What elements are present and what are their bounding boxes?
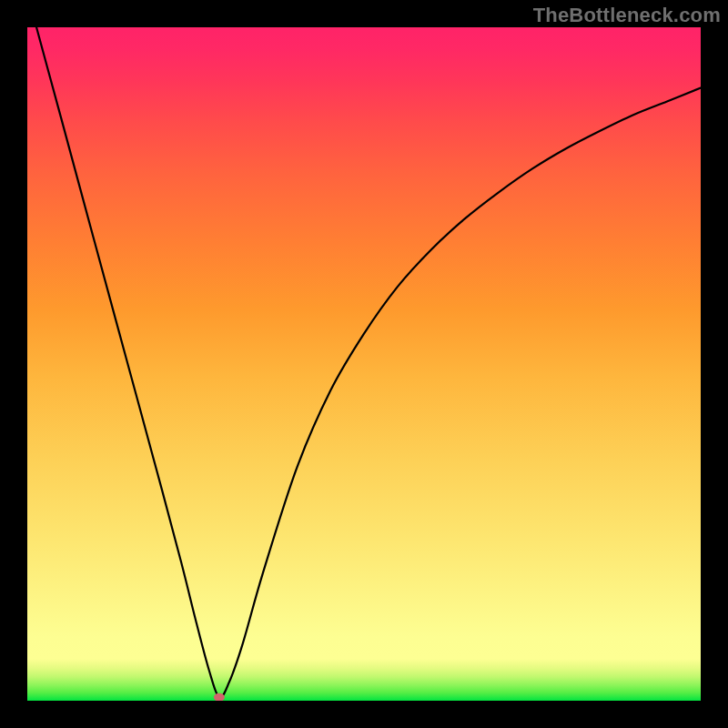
- watermark-text: TheBottleneck.com: [533, 4, 721, 27]
- bottleneck-curve: [27, 27, 701, 698]
- plot-area: [27, 27, 701, 701]
- curve-svg: [27, 27, 701, 701]
- chart-container: TheBottleneck.com: [0, 0, 728, 728]
